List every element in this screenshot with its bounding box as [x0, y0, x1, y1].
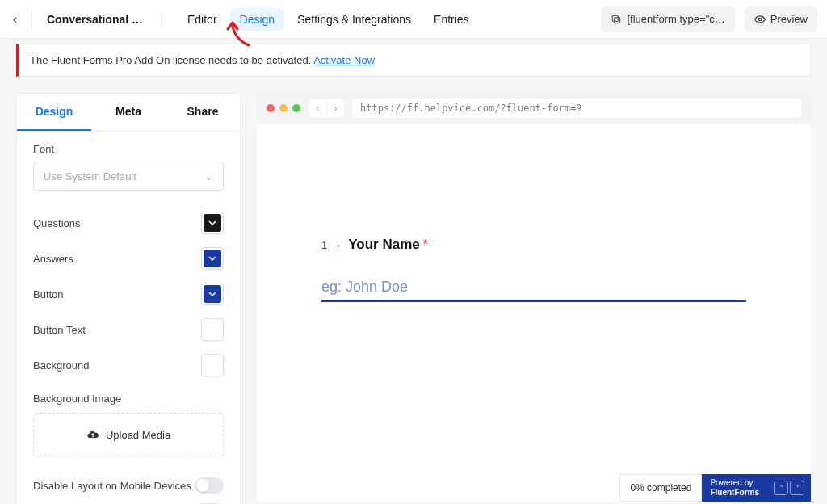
brand-line1: Powered by: [710, 478, 759, 488]
name-input[interactable]: [321, 274, 746, 302]
button-text-color-swatch[interactable]: [201, 318, 224, 341]
color-row-questions: Questions: [33, 205, 224, 241]
question-title: Your Name: [348, 237, 420, 252]
question-number: 1: [321, 239, 327, 251]
answers-color-swatch[interactable]: [201, 247, 224, 270]
browser-back-button[interactable]: ‹: [309, 99, 326, 117]
sidebar-tabs: Design Meta Share: [17, 94, 240, 132]
color-label: Background: [33, 359, 89, 372]
form-preview: 1→Your Name* 0% completed Powered by Flu…: [257, 124, 811, 502]
url-text: https://ff.helpvice.com/?fluent-form=9: [360, 103, 582, 114]
traffic-lights: [267, 104, 300, 112]
url-bar[interactable]: https://ff.helpvice.com/?fluent-form=9: [352, 99, 801, 118]
color-row-answers: Answers: [33, 241, 224, 276]
preview-panel: ‹ › https://ff.helpvice.com/?fluent-form…: [257, 93, 811, 502]
cloud-upload-icon: [86, 428, 99, 441]
chevron-up-icon: ˄: [779, 484, 783, 493]
activate-link[interactable]: Activate Now: [313, 54, 375, 66]
progress-chip: 0% completed: [619, 474, 702, 502]
next-question-button[interactable]: ˅: [790, 481, 804, 495]
tab-entries[interactable]: Entries: [424, 8, 479, 31]
color-label: Questions: [33, 217, 81, 229]
chevron-right-icon: ›: [334, 103, 338, 114]
preview-footer: 0% completed Powered by FluentForms ˄ ˅: [619, 474, 811, 502]
font-select[interactable]: Use System Default ⌄: [33, 162, 224, 191]
sidebar-tab-design[interactable]: Design: [17, 94, 91, 131]
chevron-left-icon: ‹: [316, 103, 319, 114]
notice-text: The Fluent Forms Pro Add On license need…: [30, 54, 313, 66]
top-nav: ‹ Conversational Form… Editor Design Set…: [0, 0, 827, 39]
toggle-label: Disable Layout on Mobile Devices: [33, 480, 191, 492]
traffic-yellow-icon: [279, 104, 288, 112]
disable-mobile-toggle[interactable]: [195, 477, 224, 494]
arrow-right-icon: →: [332, 240, 342, 251]
tab-design[interactable]: Design: [230, 8, 285, 31]
bg-image-label: Background Image: [33, 393, 224, 405]
page-title: Conversational Form…: [40, 13, 162, 26]
svg-rect-1: [613, 15, 619, 21]
required-marker: *: [423, 237, 428, 251]
back-button[interactable]: ‹: [10, 8, 32, 31]
footer-nav: ˄ ˅: [767, 474, 811, 502]
preview-button[interactable]: Preview: [745, 6, 817, 32]
copy-icon: [611, 14, 622, 25]
svg-rect-0: [615, 17, 620, 23]
tab-editor[interactable]: Editor: [178, 8, 227, 31]
font-label: Font: [33, 143, 224, 155]
prev-question-button[interactable]: ˄: [774, 481, 788, 495]
browser-bar: ‹ › https://ff.helpvice.com/?fluent-form…: [257, 93, 811, 124]
eye-icon: [754, 14, 766, 25]
color-row-background: Background: [33, 347, 224, 383]
svg-point-2: [758, 18, 762, 21]
upload-label: Upload Media: [106, 429, 170, 441]
brand-line2: FluentForms: [710, 488, 759, 498]
chevron-down-icon: ˅: [796, 484, 800, 493]
shortcode-label: [fluentform type="c…: [627, 13, 724, 25]
button-color-swatch[interactable]: [201, 283, 224, 305]
license-notice: The Fluent Forms Pro Add On license need…: [16, 44, 811, 77]
color-label: Button Text: [33, 324, 86, 336]
questions-color-swatch[interactable]: [201, 212, 224, 234]
brand-chip[interactable]: Powered by FluentForms: [702, 474, 767, 502]
sidebar-tab-meta[interactable]: Meta: [91, 94, 166, 131]
sidebar-tab-share[interactable]: Share: [166, 94, 240, 131]
background-color-swatch[interactable]: [201, 354, 224, 376]
toggle-row-disable-scroll: Disable Scroll to Next: [33, 498, 224, 504]
traffic-red-icon: [267, 104, 275, 112]
color-row-button-text: Button Text: [33, 312, 224, 347]
shortcode-button[interactable]: [fluentform type="c…: [601, 6, 734, 32]
upload-media-button[interactable]: Upload Media: [33, 413, 224, 456]
browser-forward-button[interactable]: ›: [326, 99, 344, 117]
chevron-down-icon: ⌄: [204, 170, 213, 183]
font-select-value: Use System Default: [44, 170, 136, 183]
preview-label: Preview: [770, 13, 808, 25]
color-label: Answers: [33, 253, 73, 265]
color-row-button: Button: [33, 276, 224, 312]
top-tabs: Editor Design Settings & Integrations En…: [178, 8, 479, 31]
tab-settings-integrations[interactable]: Settings & Integrations: [288, 8, 421, 31]
progress-text: 0% completed: [630, 482, 691, 494]
color-label: Button: [33, 288, 64, 300]
design-sidebar: Design Meta Share Font Use System Defaul…: [16, 93, 241, 504]
toggle-row-disable-mobile: Disable Layout on Mobile Devices: [33, 472, 224, 498]
chevron-left-icon: ‹: [13, 12, 17, 27]
traffic-green-icon: [292, 104, 300, 112]
